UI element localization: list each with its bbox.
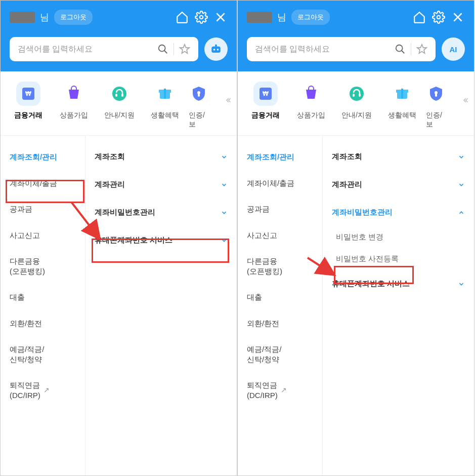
tab-support[interactable]: 안내/지원: [335, 82, 378, 129]
svg-point-3: [213, 49, 215, 51]
sidebar-item-pension[interactable]: 퇴직연금 (DC/IRP)↗: [1, 372, 85, 408]
row-account-manage[interactable]: 계좌관리: [332, 171, 465, 199]
tab-products[interactable]: 상품가입: [289, 82, 333, 129]
sidebar-item-loan[interactable]: 대출: [238, 284, 322, 310]
external-icon: ↗: [44, 385, 50, 394]
chevron-down-icon: [221, 181, 228, 188]
tab-label: 인증/보: [426, 111, 446, 129]
close-icon[interactable]: [451, 10, 465, 24]
search-input[interactable]: [255, 45, 390, 54]
sidebar-item-fx[interactable]: 외환/환전: [238, 310, 322, 337]
svg-point-17: [396, 45, 403, 52]
search-icon[interactable]: [395, 44, 406, 55]
svg-rect-22: [359, 94, 361, 97]
chevron-down-icon: [221, 237, 228, 244]
sidebar-item-utility[interactable]: 공과금: [238, 196, 322, 222]
row-account-view[interactable]: 계좌조회: [332, 143, 465, 171]
row-account-view[interactable]: 계좌조회: [95, 143, 228, 171]
svg-rect-15: [198, 94, 200, 97]
sub-password-preregister[interactable]: 비밀번호 사전등록: [332, 248, 465, 270]
gear-icon[interactable]: [194, 10, 208, 24]
home-icon[interactable]: [175, 10, 189, 24]
close-icon[interactable]: [213, 10, 228, 24]
gear-icon[interactable]: [431, 10, 446, 24]
row-account-manage[interactable]: 계좌관리: [95, 171, 228, 199]
sidebar-item-account-view[interactable]: 계좌조회/관리: [238, 144, 322, 170]
sidebar: 계좌조회/관리 계좌이체/출금 공과금 사고신고 다른금융 (오픈뱅킹) 대출 …: [1, 136, 85, 475]
svg-rect-5: [215, 44, 217, 47]
body: 계좌조회/관리 계좌이체/출금 공과금 사고신고 다른금융 (오픈뱅킹) 대출 …: [1, 135, 237, 475]
tab-label: 생활혜택: [151, 111, 179, 120]
svg-text:₩: ₩: [263, 90, 269, 97]
sidebar: 계좌조회/관리 계좌이체/출금 공과금 사고신고 다른금융 (오픈뱅킹) 대출 …: [238, 136, 323, 475]
svg-point-20: [350, 87, 364, 101]
row-label: 계좌관리: [332, 180, 362, 189]
sidebar-item-transfer[interactable]: 계좌이체/출금: [238, 170, 322, 196]
sidebar-item-deposit[interactable]: 예금/적금/ 신탁/청약: [1, 336, 85, 372]
star-icon[interactable]: [179, 44, 190, 55]
svg-rect-13: [164, 89, 166, 99]
sidebar-item-pension[interactable]: 퇴직연금 (DC/IRP)↗: [238, 372, 322, 408]
sidebar-item-incident[interactable]: 사고신고: [1, 222, 85, 249]
chevron-up-icon: [458, 209, 465, 216]
search-box[interactable]: [10, 37, 198, 61]
row-label: 계좌관리: [95, 180, 125, 189]
tab-benefits[interactable]: 생활혜택: [380, 82, 424, 129]
tab-cert[interactable]: 인증/보: [189, 82, 209, 129]
chevron-down-icon: [221, 153, 228, 161]
row-password-manage[interactable]: 계좌비밀번호관리: [332, 199, 465, 226]
sidebar-item-incident[interactable]: 사고신고: [238, 222, 322, 249]
sidebar-item-utility[interactable]: 공과금: [1, 196, 85, 222]
scroll-indicator-icon: [224, 96, 233, 105]
tab-label: 상품가입: [297, 111, 325, 120]
tab-cert[interactable]: 인증/보: [426, 82, 446, 129]
separator: [411, 43, 411, 55]
sidebar-item-openbanking[interactable]: 다른금융 (오픈뱅킹): [1, 248, 85, 284]
svg-rect-27: [435, 94, 437, 97]
scroll-indicator-icon: [461, 96, 470, 105]
sidebar-item-fx[interactable]: 외환/환전: [1, 310, 85, 337]
search-input[interactable]: [18, 45, 152, 54]
row-phone-account[interactable]: 휴대폰계좌번호 서비스: [95, 226, 228, 254]
tab-support[interactable]: 안내/지원: [98, 82, 141, 129]
search-row: AI: [247, 37, 465, 61]
logout-button[interactable]: 로그아웃: [54, 10, 93, 25]
sidebar-item-openbanking[interactable]: 다른금융 (오픈뱅킹): [238, 248, 322, 284]
tab-products[interactable]: 상품가입: [52, 82, 96, 129]
chevron-down-icon: [221, 209, 228, 216]
sidebar-item-account-view[interactable]: 계좌조회/관리: [1, 144, 85, 170]
row-label: 계좌비밀번호관리: [95, 208, 155, 217]
logout-button[interactable]: 로그아웃: [291, 10, 330, 25]
user-suffix: 님: [277, 11, 286, 23]
separator: [174, 43, 174, 55]
star-icon[interactable]: [416, 44, 427, 55]
chevron-down-icon: [458, 181, 465, 188]
sidebar-item-deposit[interactable]: 예금/적금/ 신탁/청약: [238, 336, 322, 372]
sidebar-item-transfer[interactable]: 계좌이체/출금: [1, 170, 85, 196]
svg-point-4: [217, 49, 219, 51]
sub-password-change[interactable]: 비밀번호 변경: [332, 226, 465, 248]
row-password-manage[interactable]: 계좌비밀번호관리: [95, 199, 228, 226]
header-top: 님 로그아웃: [10, 10, 228, 25]
svg-rect-2: [211, 47, 221, 53]
search-icon[interactable]: [157, 44, 168, 55]
ai-button[interactable]: AI: [442, 37, 465, 61]
search-box[interactable]: [247, 37, 436, 61]
tab-label: 금융거래: [14, 111, 42, 120]
svg-rect-10: [121, 94, 123, 97]
chevron-down-icon: [458, 281, 465, 288]
row-phone-account[interactable]: 휴대폰계좌번호 서비스: [332, 270, 465, 298]
external-icon: ↗: [281, 385, 287, 394]
tab-label: 안내/지원: [341, 111, 372, 120]
home-icon[interactable]: [412, 10, 426, 24]
user-name-block: [247, 12, 272, 23]
chatbot-button[interactable]: [204, 37, 228, 61]
header: 님 로그아웃: [1, 1, 237, 71]
tab-bar: ₩ 금융거래 상품가입 안내/지원 생활혜택 인증/보: [1, 71, 237, 135]
chevron-down-icon: [458, 153, 465, 161]
tab-benefits[interactable]: 생활혜택: [143, 82, 187, 129]
tab-finance[interactable]: ₩ 금융거래: [244, 82, 287, 129]
svg-text:₩: ₩: [25, 90, 31, 97]
tab-finance[interactable]: ₩ 금융거래: [7, 82, 50, 129]
sidebar-item-loan[interactable]: 대출: [1, 284, 85, 310]
